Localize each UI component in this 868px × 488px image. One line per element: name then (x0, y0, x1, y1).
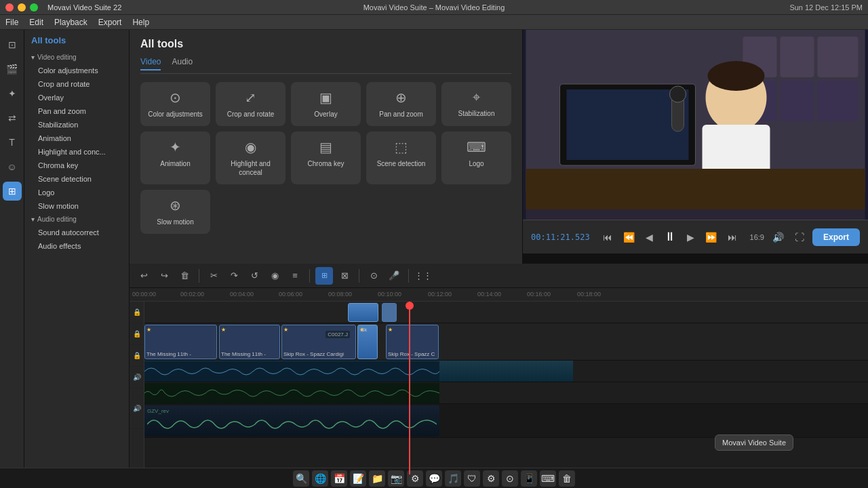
tool-card-animation[interactable]: ✦ Animation (140, 131, 210, 184)
audio-track-2[interactable] (144, 382, 868, 404)
tool-card-logo[interactable]: ⌨ Logo (441, 131, 511, 184)
star-4: ★ (359, 327, 364, 333)
tool-card-overlay[interactable]: ▣ Overlay (291, 82, 361, 126)
clip-missing-2[interactable]: ★ The Missing 11th - (219, 325, 280, 359)
dock-notes[interactable]: 📝 (350, 470, 366, 487)
fullscreen-button[interactable]: ⛶ (792, 229, 807, 245)
undo-button[interactable]: ↩ (135, 267, 153, 285)
skip-to-start-button[interactable]: ⏮ (600, 229, 615, 245)
sidebar-btn-media[interactable]: 🎬 (3, 60, 22, 79)
tool-logo[interactable]: Logo (24, 186, 129, 199)
target-button[interactable]: ⊙ (365, 267, 382, 285)
snap-button[interactable]: ⊠ (336, 267, 353, 285)
minimize-button[interactable] (18, 3, 26, 12)
clip-missing-1[interactable]: ★ The Missing 11th - (144, 325, 217, 359)
tool-overlay[interactable]: Overlay (24, 91, 129, 104)
tool-chroma-key[interactable]: Chroma key (24, 159, 129, 172)
sidebar-btn-home[interactable]: ⊡ (3, 35, 22, 54)
pause-button[interactable]: ⏸ (661, 227, 679, 247)
menu-help[interactable]: Help (132, 18, 149, 27)
track-lock-audio[interactable]: 🔊 (133, 405, 141, 412)
movavi-tooltip: Movavi Video Suite (715, 434, 793, 451)
dock-app1[interactable]: 🎵 (445, 470, 461, 487)
tool-highlight-conceal[interactable]: Highlight and conc... (24, 145, 129, 159)
step-forward-button[interactable]: ⏩ (703, 229, 719, 245)
tab-audio[interactable]: Audio (172, 57, 193, 70)
volume-button[interactable]: 🔊 (770, 229, 787, 245)
tool-card-slow-motion[interactable]: ⊛ Slow motion (140, 190, 210, 234)
list-button[interactable]: ≡ (286, 267, 304, 285)
tool-card-crop[interactable]: ⤢ Crop and rotate (216, 82, 285, 126)
sidebar-btn-transitions[interactable]: ⇄ (3, 108, 22, 127)
tool-card-pan-zoom[interactable]: ⊕ Pan and zoom (366, 82, 436, 126)
video-track-top[interactable] (144, 302, 868, 323)
clip-skip-2[interactable]: ★ Skip Rox - Spazz C (386, 325, 439, 359)
dock-finder2[interactable]: 📁 (369, 470, 385, 487)
clip-selected-top[interactable] (348, 303, 378, 322)
close-button[interactable] (5, 3, 14, 12)
tool-color-adjustments[interactable]: Color adjustments (24, 64, 129, 77)
tool-animation[interactable]: Animation (24, 131, 129, 145)
menu-export[interactable]: Export (98, 18, 122, 27)
tool-card-highlight[interactable]: ◉ Highlight and conceal (216, 131, 285, 184)
dock-slack[interactable]: 💬 (426, 470, 442, 487)
dock-calendar[interactable]: 📅 (331, 470, 347, 487)
tool-audio-effects[interactable]: Audio effects (24, 239, 129, 253)
timeline-ruler: 00:00:00 00:02:00 00:04:00 00:06:00 00:0… (130, 288, 868, 302)
tools-all-header[interactable]: All tools (24, 30, 129, 51)
clip-skip-1[interactable]: ★ C0027.J Skip Rox - Spazz Cardigi (281, 325, 356, 359)
tool-card-stabilization[interactable]: ⌖ Stabilization (441, 82, 511, 126)
step-frame-back-button[interactable]: ◀ (643, 229, 656, 245)
export-button[interactable]: Export (812, 228, 860, 246)
sidebar-btn-effects[interactable]: ✦ (3, 84, 22, 103)
dock-app4[interactable]: ⊙ (502, 470, 518, 487)
tool-stabilization[interactable]: Stabilization (24, 118, 129, 131)
flip-button[interactable]: ↺ (245, 267, 263, 285)
sidebar-btn-tools[interactable]: ⊞ (3, 182, 22, 201)
tool-sound-autocorrect[interactable]: Sound autocorrect (24, 226, 129, 239)
tool-slow-motion[interactable]: Slow motion (24, 199, 129, 213)
tool-card-scene[interactable]: ⬚ Scene detection (366, 131, 436, 184)
delete-button[interactable]: 🗑 (176, 267, 193, 285)
music-track[interactable]: GZV_rev (144, 404, 868, 438)
dock-keyboard[interactable]: ⌨ (540, 470, 556, 487)
dock-app5[interactable]: 📱 (521, 470, 537, 487)
menu-file[interactable]: File (5, 18, 18, 27)
dock-chrome[interactable]: 🌐 (312, 470, 328, 487)
clip-b2[interactable] (382, 303, 397, 322)
sidebar-btn-stickers[interactable]: ☺ (3, 157, 22, 176)
track-lock-v1[interactable]: 🔒 (133, 308, 141, 316)
mic-button[interactable]: 🎤 (385, 267, 403, 285)
zoom-button[interactable]: ◉ (266, 267, 283, 285)
cut-button[interactable]: ✂ (205, 267, 222, 285)
dock-settings[interactable]: ⚙ (407, 470, 423, 487)
menu-edit[interactable]: Edit (29, 18, 43, 27)
tool-crop-rotate[interactable]: Crop and rotate (24, 77, 129, 91)
dock-app2[interactable]: 🛡 (464, 470, 480, 487)
skip-to-end-button[interactable]: ⏭ (725, 229, 740, 245)
tool-pan-zoom[interactable]: Pan and zoom (24, 104, 129, 118)
dock-app3[interactable]: ⚙ (483, 470, 499, 487)
dock-finder[interactable]: 🔍 (293, 470, 309, 487)
clip-sk[interactable]: ★ Sk (357, 325, 378, 359)
step-back-button[interactable]: ⏪ (620, 229, 637, 245)
rotate-right-button[interactable]: ↷ (225, 267, 243, 285)
track-lock-a1[interactable]: 🔒 (133, 352, 141, 359)
redo-button[interactable]: ↪ (155, 267, 173, 285)
audio-track-1[interactable] (144, 361, 868, 382)
menu-playback[interactable]: Playback (54, 18, 87, 27)
tool-card-color[interactable]: ⊙ Color adjustments (140, 82, 210, 126)
split-audio-button[interactable]: ⋮⋮ (414, 267, 432, 285)
insert-button[interactable]: ⊞ (315, 267, 333, 285)
tool-card-chroma[interactable]: ▤ Chroma key (291, 131, 361, 184)
tab-video[interactable]: Video (140, 57, 161, 70)
track-lock-v2[interactable]: 🔒 (133, 330, 141, 338)
dock-facetime[interactable]: 📷 (388, 470, 404, 487)
video-track-main[interactable]: ★ The Missing 11th - ★ The Missing 11th … (144, 323, 868, 361)
step-frame-forward-button[interactable]: ▶ (684, 229, 697, 245)
sidebar-btn-titles[interactable]: T (3, 133, 22, 152)
dock-trash[interactable]: 🗑 (559, 470, 575, 487)
maximize-button[interactable] (30, 3, 38, 12)
track-lock-a2[interactable]: 🔊 (133, 373, 141, 381)
tool-scene-detection[interactable]: Scene detection (24, 172, 129, 186)
